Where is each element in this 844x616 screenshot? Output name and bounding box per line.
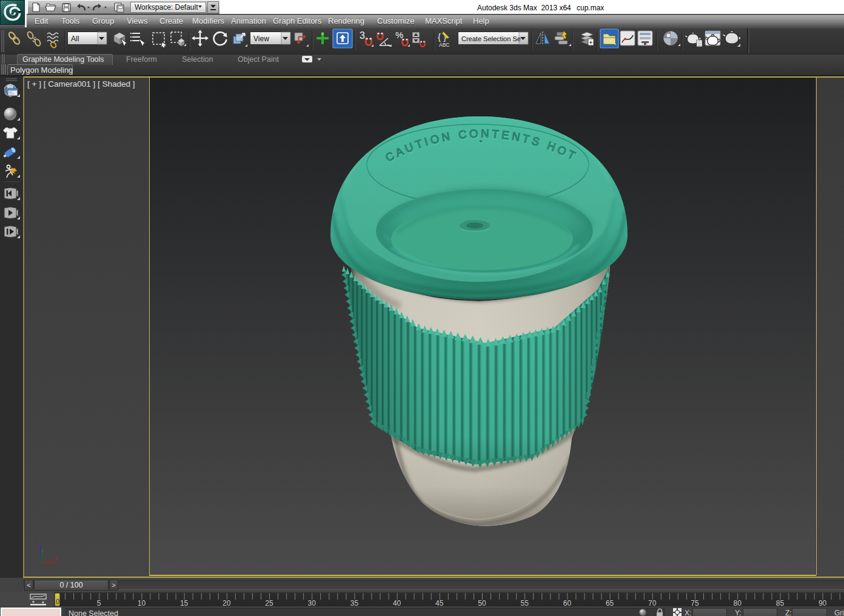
svg-text:25: 25 bbox=[265, 599, 273, 607]
svg-text:35: 35 bbox=[350, 599, 359, 607]
svg-text:55: 55 bbox=[521, 599, 529, 607]
svg-text:90: 90 bbox=[819, 599, 827, 607]
svg-text:60: 60 bbox=[563, 599, 572, 607]
svg-text:All: All bbox=[71, 35, 79, 43]
svg-text:50: 50 bbox=[478, 599, 486, 607]
svg-text:80: 80 bbox=[734, 599, 742, 607]
svg-text:20: 20 bbox=[223, 599, 231, 607]
svg-text:x: x bbox=[55, 555, 58, 561]
svg-text:85: 85 bbox=[776, 599, 785, 607]
svg-text:y: y bbox=[41, 547, 44, 553]
svg-text:15: 15 bbox=[180, 599, 189, 607]
svg-text:Create Selection Se: Create Selection Se bbox=[461, 35, 521, 42]
svg-text:5: 5 bbox=[97, 599, 101, 607]
svg-text:70: 70 bbox=[648, 599, 657, 607]
svg-text:45: 45 bbox=[435, 599, 444, 607]
svg-text:40: 40 bbox=[393, 599, 401, 607]
svg-text:View: View bbox=[253, 35, 269, 43]
svg-text:ABC: ABC bbox=[439, 42, 449, 48]
svg-text:3: 3 bbox=[360, 30, 365, 41]
svg-text:65: 65 bbox=[606, 599, 614, 607]
svg-text:10: 10 bbox=[138, 599, 146, 607]
svg-text:%: % bbox=[395, 30, 403, 40]
svg-text:75: 75 bbox=[691, 599, 699, 607]
svg-text:30: 30 bbox=[308, 599, 316, 607]
svg-text:z: z bbox=[39, 541, 41, 547]
